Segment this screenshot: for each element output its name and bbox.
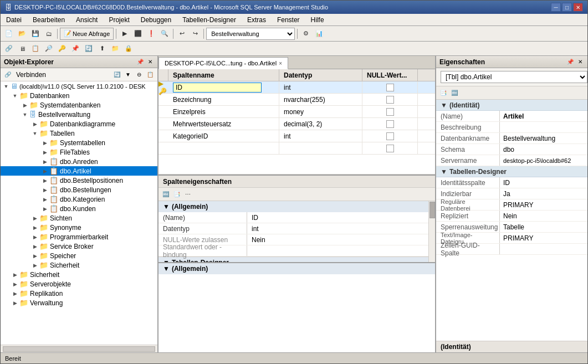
tb2-btn7[interactable]: 🔄 [83,43,95,55]
menu-datei[interactable]: Datei [3,15,25,25]
expander-serverobjekte[interactable]: ▶ [11,281,19,287]
close-button[interactable]: ✕ [573,3,583,12]
expander-systemdb[interactable]: ▶ [21,102,29,108]
tb2-btn8[interactable]: ⬆ [96,43,108,55]
cell-name-3[interactable]: Mehrwertsteuersatz [168,118,279,130]
prop-row-zeilenguid[interactable]: Zeilen-GUID-Spalte [436,244,587,255]
save-btn[interactable]: 💾 [29,28,42,40]
tree-item-servicebroker[interactable]: ▶ 📁 Service Broker [1,242,157,251]
tree-item-tabellen[interactable]: ▼ 📁 Tabellen [1,129,157,138]
expander-bestellungen[interactable]: ▶ [40,187,49,193]
cell-name-4[interactable]: KategorieID [168,130,279,142]
oe-pin-btn[interactable]: 📌 [135,59,145,65]
tb-redo[interactable]: ↪ [189,28,201,40]
prop-row-servername[interactable]: Servername desktop-pc-i5\localdb#62 [436,155,587,166]
table-row[interactable]: Mehrwertsteuersatz decimal(3, 2) [158,118,435,130]
cell-type-4[interactable]: int [279,130,362,142]
object-explorer-tree[interactable]: ▼ 🖥 (localdb)\v11.0 (SQL Server 11.0.210… [1,81,157,345]
tree-item-programmierbarkeit[interactable]: ▶ 📁 Programmierbarkeit [1,232,157,242]
table-row[interactable]: Bezeichnung nvarchar(255) [158,94,435,106]
null-checkbox-0[interactable] [386,84,394,91]
tb2-btn5[interactable]: 🔑 [56,43,68,55]
oe-close-btn[interactable]: ✕ [146,59,154,65]
cell-type-3[interactable]: decimal(3, 2) [279,118,362,130]
tb-undo[interactable]: ↩ [176,28,188,40]
cell-type-1[interactable]: nvarchar(255) [279,94,362,105]
prop-row-dbname[interactable]: Datenbankname Bestellverwaltung [436,133,587,144]
tree-item-systemtabellen[interactable]: ▶ 📁 Systemtabellen [1,138,157,147]
tree-item-filetables[interactable]: ▶ 📁 FileTables [1,147,157,157]
prop-row-regulaere[interactable]: Reguläre Datenberei PRIMARY [436,199,587,211]
expander-systemtabellen[interactable]: ▶ [40,140,49,146]
menu-debuggen[interactable]: Debuggen [137,15,175,25]
maximize-button[interactable]: □ [562,3,572,12]
expander-anreden[interactable]: ▶ [40,159,49,165]
cell-null-5[interactable] [362,142,418,154]
prop-row-beschreibung[interactable]: Beschreibung [436,122,587,133]
bp-row-datentyp[interactable]: Datentyp int [158,223,435,234]
cell-name-input-0[interactable] [173,83,262,93]
tree-item-server[interactable]: ▼ 🖥 (localdb)\v11.0 (SQL Server 11.0.210… [1,81,157,91]
cell-null-4[interactable] [362,130,418,142]
tree-item-verwaltung[interactable]: ▶ 📁 Verwaltung [1,298,157,307]
expander-datenbanken[interactable]: ▼ [11,93,19,99]
expander-server[interactable]: ▼ [2,84,11,89]
null-checkbox-2[interactable] [386,108,394,116]
tree-item-bestellpositionen[interactable]: ▶ 📋 dbo.Bestellpositionen [1,176,157,185]
cell-name-5[interactable] [168,142,279,154]
oe-connect-btn[interactable]: 🔗 [3,70,13,80]
oe-collapse-btn[interactable]: ⊖ [134,70,144,80]
null-checkbox-3[interactable] [386,120,394,128]
prop-section-header-td[interactable]: ▼ Tabellen-Designer [436,166,587,177]
tree-item-replikation[interactable]: ▶ 📁 Replikation [1,289,157,298]
table-row[interactable]: ▶🔑 int [158,81,435,94]
expander-verwaltung[interactable]: ▶ [11,300,19,306]
tb-btn1[interactable]: ▶ [119,28,131,40]
cell-name-0[interactable] [168,81,279,93]
tb2-btn10[interactable]: 🔒 [122,43,135,55]
oe-connect-label[interactable]: Verbinden [14,71,48,79]
tb2-btn1[interactable]: 🔗 [3,43,15,55]
tree-item-dbdiagramme[interactable]: ▶ 📁 Datenbankdiagramme [1,119,157,129]
menu-fenster[interactable]: Fenster [274,15,303,25]
tb2-btn4[interactable]: 🔎 [43,43,55,55]
tree-item-artikel[interactable]: ▶ 📋 dbo.Artikel [1,166,157,176]
expander-speicher[interactable]: ▶ [30,253,39,259]
tree-item-sicherheit[interactable]: ▶ 📁 Sicherheit [1,270,157,279]
prop-row-name[interactable]: (Name) Artikel [436,111,587,122]
bp-row-name[interactable]: (Name) ID [158,212,435,223]
menu-tabellen-designer[interactable]: Tabellen-Designer [179,15,239,25]
column-properties-content[interactable]: ▼ (Allgemein) (Name) ID Datentyp int [158,201,435,262]
oe-refresh-btn[interactable]: 🔄 [112,70,122,80]
tb2-btn6[interactable]: 📌 [69,43,81,55]
prop-row-identitaetsspalte[interactable]: Identitätsspalte ID [436,177,587,188]
expander-synonyme[interactable]: ▶ [30,225,39,230]
tree-item-bestellverwaltung[interactable]: ▼ 🗄 Bestellverwaltung [1,110,157,119]
expander-artikel[interactable]: ▶ [40,168,49,174]
cell-type-0[interactable]: int [279,81,362,93]
tab-artikel[interactable]: DESKTOP-PC-I5\LOC...tung - dbo.Artikel × [158,57,288,69]
tree-item-anreden[interactable]: ▶ 📋 dbo.Anreden [1,157,157,166]
bp-section-header-allgemein[interactable]: ▼ (Allgemein) [158,201,435,212]
save-all-btn[interactable]: 🗂 [43,28,55,40]
cell-name-2[interactable]: Einzelpreis [168,106,279,117]
tree-item-bestellungen[interactable]: ▶ 📋 dbo.Bestellungen [1,185,157,194]
tb2-btn2[interactable]: 🖥 [16,43,28,55]
cell-type-2[interactable]: money [279,106,362,117]
tab-close-btn[interactable]: × [279,60,282,66]
cell-null-1[interactable] [362,94,418,105]
prop-sort-alpha-btn[interactable]: 🔤 [449,88,459,98]
cell-null-3[interactable] [362,118,418,130]
bp-scrollbar[interactable] [428,201,435,262]
expander-kunden[interactable]: ▶ [40,206,49,212]
open-btn[interactable]: 📂 [16,28,28,40]
table-row[interactable]: KategorieID int [158,130,435,142]
expander-bestellverwaltung[interactable]: ▼ [21,112,29,117]
tb-btn4[interactable]: 🔍 [158,28,171,40]
expander-programmierbarkeit[interactable]: ▶ [30,234,39,240]
tree-item-serverobjekte[interactable]: ▶ 📁 Serverobjekte [1,279,157,289]
prop-close-btn[interactable]: ✕ [576,59,584,65]
cell-type-5[interactable] [279,142,362,154]
minimize-button[interactable]: ─ [551,3,561,12]
bp-sort-alpha-btn[interactable]: 🔤 [161,189,171,199]
